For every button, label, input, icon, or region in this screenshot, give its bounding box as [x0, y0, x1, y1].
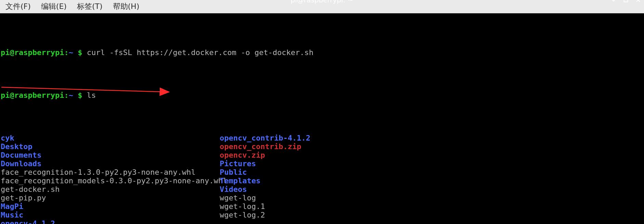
terminal-viewport[interactable]: pi@raspberrypi:~ $ curl -fsSL https://ge…: [0, 13, 644, 224]
close-button[interactable]: [634, 0, 642, 4]
ls-entry: face_recognition_models-0.3.0-py2.py3-no…: [1, 176, 220, 185]
ls-output: cykopencv_contrib-4.1.2Desktopopencv_con…: [1, 134, 643, 224]
terminal-line: pi@raspberrypi:~ $ curl -fsSL https://ge…: [1, 48, 643, 57]
ls-entry: get-pip.py: [1, 194, 220, 202]
ls-row: cykopencv_contrib-4.1.2: [1, 134, 643, 142]
ls-entry: Public: [220, 168, 247, 176]
ls-entry: MagPi: [1, 202, 220, 211]
ls-entry: wget-log: [220, 194, 256, 202]
ls-entry: Desktop: [1, 142, 220, 151]
ls-row: MagPiwget-log.1: [1, 202, 643, 211]
ls-row: face_recognition_models-0.3.0-py2.py3-no…: [1, 176, 643, 185]
ls-entry: Pictures: [220, 159, 256, 168]
minimize-button[interactable]: [610, 0, 617, 4]
ls-entry: cyk: [1, 134, 220, 142]
terminal-line: pi@raspberrypi:~ $ ls: [1, 91, 643, 100]
chevron-down-icon: [611, 0, 616, 3]
menu-tabs[interactable]: 标签(T): [75, 0, 105, 13]
prompt-dollar: $: [73, 91, 87, 100]
ls-row: get-pip.pywget-log: [1, 194, 643, 202]
maximize-icon: [623, 0, 628, 2]
command-text: ls: [87, 91, 96, 100]
ls-entry: Templates: [220, 176, 260, 185]
ls-row: opencv-4.1.2: [1, 219, 643, 224]
menu-help[interactable]: 帮助(H): [111, 0, 142, 13]
window-title: pi@raspberrypi: ~: [291, 0, 353, 4]
prompt-user: pi@raspberrypi: [1, 48, 64, 57]
prompt-colon: :: [64, 48, 68, 57]
close-icon: [636, 0, 641, 2]
prompt-user: pi@raspberrypi: [1, 91, 64, 100]
ls-row: Desktopopencv_contrib.zip: [1, 142, 643, 151]
ls-row: Musicwget-log.2: [1, 211, 643, 219]
ls-entry: Videos: [220, 185, 247, 194]
ls-entry: opencv_contrib.zip: [220, 142, 301, 151]
ls-row: DownloadsPictures: [1, 159, 643, 168]
prompt-colon: :: [64, 91, 68, 100]
window-controls: [610, 0, 642, 4]
ls-row: get-docker.shVideos: [1, 185, 643, 194]
ls-entry: wget-log.2: [220, 211, 265, 219]
prompt-cwd: ~: [69, 48, 73, 57]
terminal-window: pi@raspberrypi: ~ 文件(F) 编辑(E) 标签(T): [0, 0, 644, 224]
ls-entry: get-docker.sh: [1, 185, 220, 194]
ls-entry: Music: [1, 211, 220, 219]
ls-entry: opencv-4.1.2: [1, 219, 220, 224]
prompt-dollar: $: [73, 48, 87, 57]
ls-entry: wget-log.1: [220, 202, 265, 211]
prompt-cwd: ~: [69, 91, 73, 100]
ls-entry: opencv.zip: [220, 151, 265, 159]
menu-edit[interactable]: 编辑(E): [39, 0, 69, 13]
ls-entry: face_recognition-1.3.0-py2.py3-none-any.…: [1, 168, 220, 176]
maximize-button[interactable]: [622, 0, 630, 4]
command-text: curl -fsSL https://get.docker.com -o get…: [87, 48, 313, 57]
ls-row: face_recognition-1.3.0-py2.py3-none-any.…: [1, 168, 643, 176]
svg-rect-0: [624, 0, 628, 2]
ls-row: Documentsopencv.zip: [1, 151, 643, 159]
ls-entry: Downloads: [1, 159, 220, 168]
ls-entry: opencv_contrib-4.1.2: [220, 134, 310, 142]
menu-file[interactable]: 文件(F): [3, 0, 33, 13]
ls-entry: Documents: [1, 151, 220, 159]
